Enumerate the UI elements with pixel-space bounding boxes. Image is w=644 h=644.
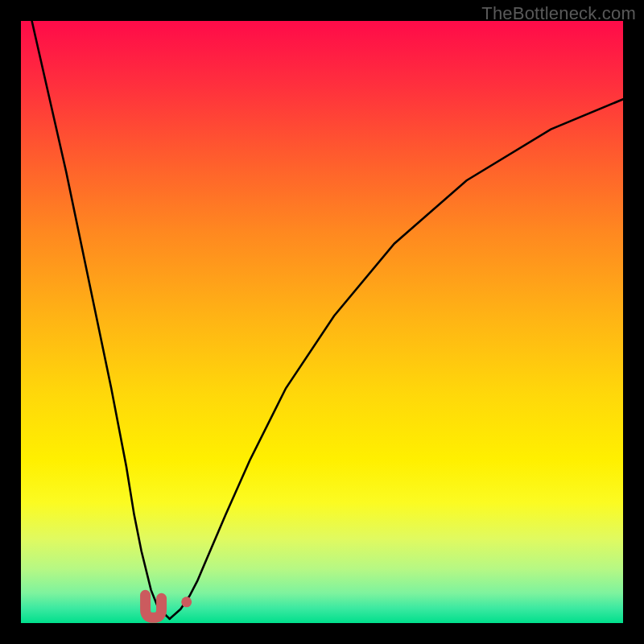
left-curve	[21, 21, 170, 619]
plot-area	[21, 21, 623, 623]
watermark-text: TheBottleneck.com	[481, 3, 636, 24]
right-curve	[170, 99, 623, 619]
curve-layer	[21, 21, 623, 623]
chart-frame: TheBottleneck.com	[0, 0, 644, 644]
dot-marker	[181, 597, 192, 607]
